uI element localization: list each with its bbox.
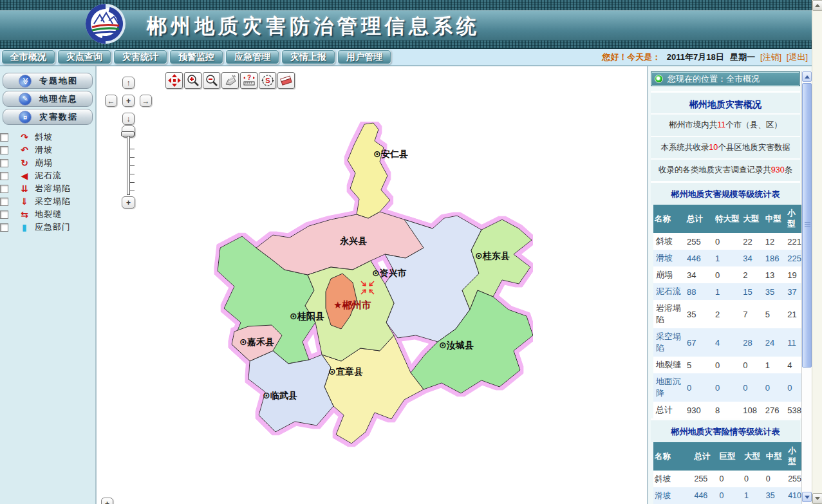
panel-scroll-thumb[interactable]: [802, 83, 812, 368]
map-label: ⊙嘉禾县: [239, 337, 274, 347]
current-weekday: 星期一: [730, 52, 755, 62]
panel-scrollbar[interactable]: [801, 71, 812, 504]
map-region-anren[interactable]: [348, 123, 390, 218]
sidebar-accordion-header[interactable]: ¤ 灾害数据: [3, 109, 93, 125]
layer-symbol-icon: ↻: [18, 158, 31, 167]
table-row: 泥石流881153537: [653, 283, 803, 300]
map-label: 永兴县: [339, 236, 367, 246]
nav-tab[interactable]: 灾害统计: [113, 50, 167, 64]
layer-checkbox[interactable]: [0, 185, 8, 193]
sidebar-accordion-header[interactable]: ≪ 专题地图: [3, 73, 93, 89]
scale-tool-button[interactable]: S: [259, 72, 276, 89]
layer-symbol-icon: ▮: [18, 223, 31, 232]
map-panel[interactable]: ↑ ← + → ↓ − + +: [97, 66, 647, 504]
layer-row: ↷ 斜坡: [0, 131, 95, 144]
table-row: 斜坡25502212221: [653, 233, 803, 250]
highlight-number: 930: [771, 165, 785, 174]
column-header: 中型: [764, 205, 787, 233]
app-logo: [85, 3, 126, 44]
layer-checkbox[interactable]: [0, 133, 8, 142]
layer-symbol-icon: ⇊: [18, 184, 31, 193]
info-panel: 您现在的位置：全市概况 郴州地质灾害概况 郴州市境内共11个市（县、区） 本系统…: [647, 66, 812, 504]
exit-link[interactable]: [退出]: [787, 52, 808, 62]
zoom-in-icon: [187, 74, 200, 87]
map-canvas[interactable]: ⊙安仁县 永兴县 ⊙资兴市 ⊙桂东县 ⊙桂阳县 ⊙嘉禾县 ⊙汝城县 ⊙宜章县 ⊙…: [211, 122, 533, 450]
overview-title: 郴州地质灾害概况: [651, 93, 800, 113]
pan-up-button[interactable]: ↑: [122, 77, 135, 89]
accordion-icon: ¤: [19, 111, 32, 124]
table-row: 地面沉降00000: [653, 373, 803, 402]
pan-right-button[interactable]: →: [140, 95, 152, 107]
map-label: ⊙汝城县: [439, 340, 474, 351]
layer-symbol-icon: ↷: [18, 133, 31, 142]
svg-text:S: S: [265, 77, 270, 84]
column-header: 特大型: [714, 205, 742, 233]
green-dot-icon: [655, 75, 663, 83]
layer-label: 滑坡: [35, 144, 53, 156]
overview-line: 收录的各类地质灾害调查记录共930条: [651, 158, 800, 181]
page-scrollbar[interactable]: [812, 0, 822, 504]
table-row: 总计9308108276538: [653, 402, 803, 418]
pan-left-button[interactable]: ←: [105, 95, 117, 107]
column-header: 大型: [743, 442, 765, 471]
greeting-bar: 您好！今天是： 2011年7月18日 星期一 [注销] [退出]: [602, 51, 808, 63]
zoom-slider-ticks: [130, 141, 135, 192]
layer-checkbox[interactable]: [0, 159, 8, 167]
zoom-in-step-button[interactable]: +: [122, 196, 135, 209]
layer-row: ↶ 滑坡: [0, 144, 95, 156]
layer-list: ↷ 斜坡 ↶ 滑坡 ↻ 崩塌: [0, 131, 95, 234]
nav-tab[interactable]: 应急管理: [225, 50, 279, 64]
zoom-out-icon: [205, 74, 218, 87]
hand-map-icon: [224, 74, 237, 87]
overview-section: 郴州地质灾害概况 郴州市境内共11个市（县、区） 本系统共收录10个县区地质灾害…: [651, 91, 800, 181]
pan-center-button[interactable]: +: [122, 95, 135, 107]
clear-tool-button[interactable]: [277, 72, 295, 89]
sidebar-accordion: ≪ 专题地图 ✎ 地理信息 ¤ 灾害数据: [0, 73, 95, 125]
accordion-label: 灾害数据: [39, 111, 78, 123]
pan-down-button[interactable]: ↓: [122, 113, 135, 125]
layer-symbol-icon: ⇓: [18, 197, 31, 206]
nav-tab[interactable]: 全市概况: [1, 50, 55, 64]
zoom-slider-thumb[interactable]: [121, 131, 135, 136]
column-header: 总计: [686, 205, 714, 233]
layer-row: ⇊ 岩溶塌陷: [0, 182, 95, 195]
content-area: ≪ 专题地图 ✎ 地理信息 ¤ 灾害数据: [0, 66, 812, 504]
layer-checkbox[interactable]: [0, 210, 8, 219]
logout-link[interactable]: [注销]: [760, 52, 781, 62]
layer-checkbox[interactable]: [0, 172, 8, 180]
sidebar-accordion-header[interactable]: ✎ 地理信息: [3, 91, 93, 107]
scale-icon: S: [261, 74, 274, 87]
corner-plus-button[interactable]: +: [101, 498, 113, 504]
page-scroll-up-button[interactable]: [812, 0, 822, 11]
drag-map-tool-button[interactable]: [221, 72, 239, 89]
map-label: ⊙桂东县: [475, 250, 510, 261]
nav-tab[interactable]: 灾情上报: [281, 50, 335, 64]
accordion-label: 地理信息: [39, 93, 78, 105]
layer-checkbox[interactable]: [0, 223, 8, 232]
panel-scroll-up-button[interactable]: [802, 71, 812, 82]
nav-tab[interactable]: 用户管理: [337, 50, 391, 64]
zoom-in-tool-button[interactable]: [184, 72, 201, 89]
layer-checkbox[interactable]: [0, 146, 8, 154]
page-scroll-down-button[interactable]: [812, 493, 822, 504]
nav-tab[interactable]: 预警监控: [169, 50, 223, 64]
layer-checkbox[interactable]: [0, 198, 8, 206]
column-header: 总计: [693, 442, 718, 471]
pan-tool-button[interactable]: [165, 72, 183, 89]
layer-row: ↻ 崩塌: [0, 156, 95, 169]
nav-tab[interactable]: 灾点查询: [57, 50, 111, 64]
column-header: 名称: [653, 442, 693, 471]
arrow-down-icon: [815, 497, 820, 503]
table-row: 岩溶塌陷3527521: [653, 300, 803, 328]
highlight-number: 10: [709, 143, 718, 152]
layer-symbol-icon: ⇆: [18, 210, 31, 219]
map-label: ⊙资兴市: [372, 268, 407, 278]
map-label: ⊙临武县: [263, 390, 297, 400]
table-row: 滑坡4460135410: [653, 487, 803, 504]
panel-scroll-down-button[interactable]: [802, 492, 812, 502]
scroll-grip-icon: [805, 222, 810, 228]
zoom-out-tool-button[interactable]: [203, 72, 220, 89]
measure-distance-tool-button[interactable]: ?: [240, 72, 257, 89]
map-label: ⊙宜章县: [328, 366, 363, 377]
svg-text:?: ?: [247, 74, 250, 81]
